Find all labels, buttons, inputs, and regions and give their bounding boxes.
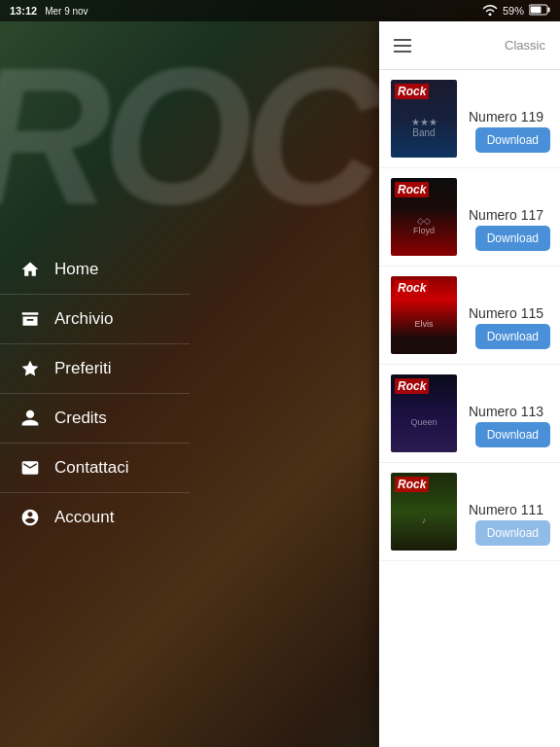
hamburger-line-2	[394, 45, 411, 47]
magazine-cover-111: Rock ♪	[391, 473, 457, 551]
svg-rect-1	[548, 8, 550, 13]
sidebar-item-credits[interactable]: Credits	[0, 394, 190, 444]
download-button-113[interactable]: Download	[475, 422, 550, 447]
star-icon	[19, 358, 41, 379]
download-button-119[interactable]: Download	[475, 127, 550, 153]
sidebar-item-preferiti[interactable]: Preferiti	[0, 344, 190, 394]
status-bar: 13:12 Mer 9 nov 59%	[0, 0, 560, 21]
hamburger-line-3	[394, 51, 411, 53]
download-button-115[interactable]: Download	[475, 324, 550, 349]
battery-percentage: 59%	[503, 5, 524, 17]
envelope-icon	[19, 457, 41, 479]
sidebar-item-archivio[interactable]: Archivio	[0, 295, 190, 344]
sidebar-label-credits: Credits	[54, 409, 107, 428]
cover-logo: Rock	[395, 477, 429, 492]
sidebar: Home Archivio Preferiti Credits	[0, 21, 190, 747]
wifi-icon	[482, 4, 498, 18]
magazine-item: Rock Queen Numero 113 Download	[379, 365, 560, 463]
magazine-number: Numero 117	[469, 207, 548, 223]
magazine-item: Rock ♪ Numero 111 Download	[379, 463, 560, 561]
svg-rect-2	[531, 7, 542, 14]
magazine-cover-113: Rock Queen	[391, 374, 457, 452]
sidebar-label-archivio: Archivio	[54, 309, 113, 329]
magazine-info: Numero 119	[469, 109, 548, 128]
magazine-info: Numero 113	[469, 404, 548, 423]
magazine-info: Numero 115	[469, 305, 548, 325]
magazine-info: Numero 117	[469, 207, 548, 227]
magazine-number: Numero 111	[469, 502, 548, 517]
magazine-cover-119: Rock ★★★Band	[391, 80, 457, 158]
sidebar-label-account: Account	[54, 508, 114, 527]
magazine-info: Numero 111	[469, 502, 548, 521]
sidebar-item-contattaci[interactable]: Contattaci	[0, 444, 190, 493]
panel-header: Classic	[379, 21, 560, 70]
magazine-number: Numero 115	[469, 305, 548, 321]
hamburger-button[interactable]	[394, 39, 411, 53]
magazine-item: Rock Elvis Numero 115 Download	[379, 267, 560, 365]
status-right: 59%	[482, 4, 550, 18]
hamburger-line-1	[394, 39, 411, 41]
magazine-number: Numero 119	[469, 109, 548, 124]
cover-logo: Rock	[395, 84, 429, 99]
cover-logo: Rock	[395, 182, 429, 197]
cover-logo: Rock	[395, 280, 429, 296]
person-circle-icon	[19, 507, 41, 528]
download-button-117[interactable]: Download	[475, 226, 550, 251]
magazine-list: Rock ★★★Band Numero 119 Download Rock ◇◇…	[379, 70, 560, 747]
panel-title: Classic	[505, 38, 545, 53]
sidebar-label-home: Home	[54, 260, 98, 279]
archive-icon	[19, 308, 41, 330]
magazine-number: Numero 113	[469, 404, 548, 419]
credits-icon	[19, 408, 41, 429]
battery-icon	[529, 4, 550, 18]
magazine-item: Rock ◇◇Floyd Numero 117 Download	[379, 168, 560, 267]
download-button-111[interactable]: Download	[475, 520, 550, 546]
sidebar-item-home[interactable]: Home	[0, 245, 190, 295]
sidebar-item-account[interactable]: Account	[0, 493, 190, 542]
sidebar-label-preferiti: Preferiti	[54, 359, 112, 378]
magazine-cover-117: Rock ◇◇Floyd	[391, 178, 457, 256]
status-time: 13:12	[10, 5, 37, 17]
sidebar-label-contattaci: Contattaci	[54, 458, 129, 478]
home-icon	[19, 259, 41, 280]
main-panel: Classic Rock ★★★Band Numero 119 Download…	[379, 21, 560, 747]
cover-logo: Rock	[395, 378, 429, 394]
status-date: Mer 9 nov	[45, 6, 88, 17]
magazine-item: Rock ★★★Band Numero 119 Download	[379, 70, 560, 168]
magazine-cover-115: Rock Elvis	[391, 276, 457, 354]
